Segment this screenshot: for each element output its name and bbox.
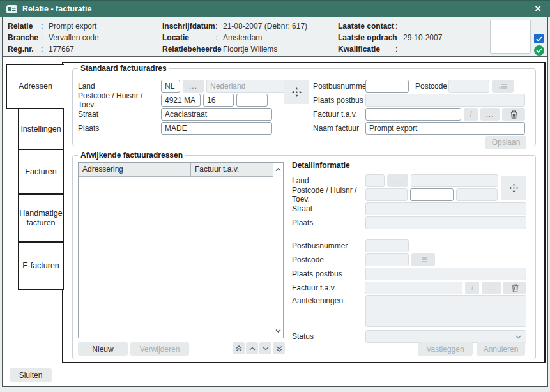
- postbusnummer-input[interactable]: [365, 80, 409, 93]
- field-label: Branche: [8, 32, 41, 43]
- colon: :: [41, 20, 49, 32]
- column-header-factuur-tav[interactable]: Factuur t.a.v.: [191, 163, 273, 176]
- tab-e-facturen[interactable]: E-facturen: [18, 241, 64, 290]
- detail-postcode-input: [365, 188, 408, 201]
- column-header-adressering[interactable]: Adressering: [79, 163, 191, 176]
- move-crosshair-icon: [509, 183, 519, 193]
- colon: :: [395, 20, 403, 32]
- straat-label: Straat: [292, 204, 365, 213]
- detail-postbusnummer-input: [365, 239, 409, 252]
- field-label: Laatste opdrach: [338, 32, 395, 43]
- land-label: Land: [292, 176, 365, 185]
- detail-map-move-button[interactable]: [501, 176, 526, 200]
- standaard-factuuradres-group: Standaard factuuradres Land ... Postcode…: [72, 68, 536, 146]
- move-first-icon[interactable]: [233, 342, 245, 354]
- plaats-postbus-input: [365, 94, 525, 107]
- field-value: Floortje Willems: [223, 43, 277, 55]
- postcode2-label: Postcode: [415, 82, 448, 91]
- postcode-input[interactable]: [161, 94, 201, 107]
- group-title: Afwijkende factuuradressen: [78, 151, 185, 160]
- field-value: Vervallen code: [49, 32, 99, 43]
- status-label: Status: [292, 332, 365, 341]
- tab-label: Facturen: [25, 167, 56, 177]
- tab-label: E-facturen: [22, 261, 59, 271]
- tab-handmatige-facturen[interactable]: Handmatige facturen: [18, 193, 64, 243]
- factuur-tav-label: Factuur t.a.v.: [292, 283, 365, 292]
- naam-factuur-input[interactable]: [365, 122, 525, 135]
- annuleren-button[interactable]: Annuleren: [477, 342, 525, 356]
- postbusnummer-label: Postbusnummer: [313, 82, 365, 91]
- naam-factuur-label: Naam factuur: [313, 124, 365, 133]
- tab-facturen[interactable]: Facturen: [18, 149, 64, 195]
- chevron-down-icon[interactable]: [273, 324, 283, 337]
- relation-photo-placeholder: [490, 20, 531, 54]
- detail-postcode2-input: [365, 253, 409, 266]
- straat-label: Straat: [78, 110, 161, 119]
- postcode-huisnr-toev-label: Postcode / Huisnr / Toev.: [78, 91, 161, 109]
- group-title: Standaard factuuradres: [78, 64, 169, 73]
- trash-icon: [503, 282, 526, 294]
- vastleggen-button[interactable]: Vastleggen: [418, 342, 473, 356]
- move-up-icon[interactable]: [246, 342, 258, 354]
- detail-plaats-input: [365, 216, 526, 229]
- relation-info-header: Relatie:Prompt export Branche:Vervallen …: [3, 17, 547, 57]
- aantekeningen-textarea: [365, 295, 526, 327]
- checked-checkbox-icon[interactable]: [534, 34, 544, 43]
- tab-instellingen[interactable]: Instellingen: [18, 108, 64, 150]
- field-label: Relatiebeheerde: [162, 43, 215, 55]
- detail-land-browse-button: ...: [387, 174, 408, 187]
- huisnr-input[interactable]: [203, 94, 234, 107]
- detail-toevoeging-input: [456, 188, 498, 201]
- window-titlebar: Relatie - facturatie ✕: [0, 0, 550, 17]
- land-browse-button[interactable]: ...: [183, 80, 204, 93]
- toevoeging-input[interactable]: [236, 94, 268, 107]
- tab-label: Handmatige facturen: [19, 209, 62, 228]
- verwijderen-button[interactable]: Verwijderen: [130, 342, 189, 356]
- move-down-icon[interactable]: [259, 342, 271, 354]
- detail-factuur-tav-browse-button: ...: [482, 282, 501, 294]
- colon: :: [41, 43, 49, 55]
- info-icon: i: [464, 108, 478, 121]
- detailinformatie-section: Detailinformatie Land ... Postcode / Hui…: [292, 161, 526, 343]
- table-scrollbar[interactable]: [273, 163, 283, 338]
- factuur-tav-input[interactable]: [365, 108, 461, 121]
- opslaan-button[interactable]: Opslaan: [485, 136, 526, 149]
- land-code-input[interactable]: [161, 80, 180, 93]
- field-value: Prompt export: [49, 20, 96, 32]
- sluiten-button[interactable]: Sluiten: [10, 368, 52, 382]
- map-move-button[interactable]: [284, 80, 309, 104]
- straat-input[interactable]: [161, 108, 272, 121]
- land-label: Land: [78, 82, 161, 91]
- detail-huisnr-input[interactable]: [410, 188, 454, 201]
- header-column-3: Laatste contact: Laatste opdrach:29-10-2…: [338, 20, 442, 55]
- field-value: Amsterdam: [223, 32, 262, 43]
- postbusnummer-label: Postbusnummer: [292, 241, 365, 250]
- field-label: Kwalificatie: [338, 43, 395, 55]
- field-label: Inschrijfdatum: [162, 20, 215, 32]
- table-body[interactable]: [79, 177, 273, 338]
- close-icon[interactable]: ✕: [532, 3, 544, 15]
- detail-land-code-input: [365, 174, 385, 187]
- plaats-input[interactable]: [161, 122, 272, 135]
- field-value: 177667: [49, 43, 74, 55]
- plaats-postbus-label: Plaats postbus: [313, 96, 365, 105]
- info-icon: i: [465, 282, 479, 294]
- tab-adressen[interactable]: Adressen: [6, 64, 64, 109]
- colon: :: [395, 32, 403, 43]
- chevron-down-icon: [515, 335, 522, 339]
- afwijkende-factuuradressen-group: Afwijkende factuuradressen Adressering F…: [72, 155, 536, 359]
- plaats-postbus-label: Plaats postbus: [292, 269, 365, 278]
- chevron-up-icon[interactable]: [273, 163, 283, 176]
- trash-icon[interactable]: [502, 108, 525, 121]
- nieuw-button[interactable]: Nieuw: [78, 342, 128, 356]
- factuur-tav-label: Factuur t.a.v.: [313, 110, 365, 119]
- colon: :: [215, 20, 223, 32]
- factuur-tav-browse-button[interactable]: ...: [480, 108, 500, 121]
- postcode-huisnr-toev-label: Postcode / Huisnr / Toev.: [292, 186, 365, 204]
- field-label: Reg.nr.: [8, 43, 41, 55]
- aantekeningen-label: Aantekeningen: [292, 295, 365, 305]
- postcode2-input: [448, 80, 489, 93]
- colon: :: [215, 32, 223, 43]
- move-last-icon[interactable]: [273, 342, 285, 354]
- window-body: Relatie:Prompt export Branche:Vervallen …: [2, 17, 548, 387]
